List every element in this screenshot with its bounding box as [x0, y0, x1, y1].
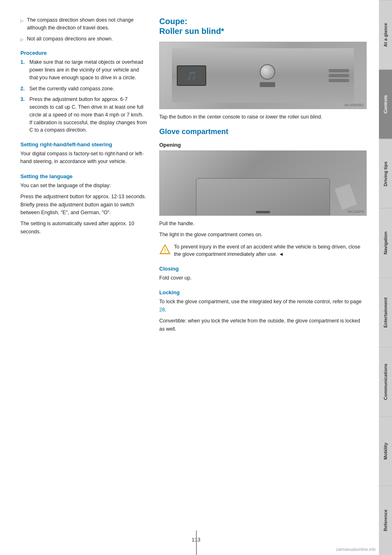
warning-icon: !: [159, 244, 171, 255]
locking-page-ref[interactable]: 28: [159, 307, 165, 313]
list-item-1: 1. Make sure that no large metal objects…: [20, 58, 147, 81]
warning-box: ! To prevent injury in the event of an a…: [159, 243, 367, 259]
bullet-arrow-2: ▷: [20, 36, 24, 43]
opening-text-1: Pull the handle.: [159, 220, 367, 228]
glove-image-label: WC14874: [347, 210, 364, 214]
coupe-heading: Coupe: Roller sun blind*: [159, 16, 367, 36]
main-content: ▷ The compass direction shown does not c…: [0, 0, 379, 353]
opening-text-2: The light in the glove compartment comes…: [159, 231, 367, 239]
page-marker: [196, 530, 197, 555]
right-column: Coupe: Roller sun blind* 🎵 WC49939/1 Tap…: [159, 16, 367, 336]
warning-end: ◄: [278, 251, 283, 257]
numbered-list: 1. Make sure that no large metal objects…: [20, 58, 147, 134]
procedure-heading: Procedure: [20, 50, 147, 56]
opening-heading: Opening: [159, 142, 367, 148]
sidebar-tab-controls[interactable]: Controls: [379, 69, 392, 139]
sidebar-tab-navigation[interactable]: Navigation: [379, 208, 392, 278]
bullet-item-1: ▷ The compass direction shown does not c…: [20, 16, 147, 32]
bullet-text-1: The compass direction shown does not cha…: [27, 16, 147, 32]
coupe-caption: Tap the button in the center console to …: [159, 113, 367, 121]
steering-heading: Setting right-hand/left-hand steering: [20, 141, 147, 148]
sidebar-tab-driving-tips[interactable]: Driving tips: [379, 139, 392, 208]
left-column: ▷ The compass direction shown does not c…: [20, 16, 147, 336]
sidebar-tab-mobility[interactable]: Mobility: [379, 416, 392, 486]
coupe-image: 🎵 WC49939/1: [159, 42, 367, 109]
list-text-1: Make sure that no large metal objects or…: [29, 58, 147, 81]
locking-heading: Locking: [159, 289, 367, 295]
language-heading: Setting the language: [20, 173, 147, 179]
coupe-heading-line2: Roller sun blind*: [159, 27, 224, 36]
language-text-3: The setting is automatically saved after…: [20, 220, 147, 236]
list-text-2: Set the currently valid compass zone.: [29, 85, 114, 93]
list-number-2: 2.: [20, 85, 26, 93]
glove-heading: Glove compartment: [159, 128, 367, 136]
sidebar-tab-entertainment[interactable]: Entertainment: [379, 278, 392, 347]
sidebar: At a glance Controls Driving tips Naviga…: [379, 0, 392, 555]
closing-heading: Closing: [159, 266, 367, 272]
sidebar-tab-communications[interactable]: Communications: [379, 347, 392, 416]
steering-text: Your digital compass is factory-set to r…: [20, 150, 147, 166]
list-item-2: 2. Set the currently valid compass zone.: [20, 85, 147, 93]
glove-image: WC14874: [159, 150, 367, 216]
warning-text: To prevent injury in the event of an acc…: [174, 243, 367, 259]
language-text-2: Press the adjustment button for approx. …: [20, 193, 147, 217]
list-text-3: Press the adjustment button for approx. …: [29, 96, 147, 134]
language-text-1: You can set the language of the display:: [20, 182, 147, 190]
list-number-1: 1.: [20, 58, 26, 81]
watermark: carmanualsonline.info: [336, 547, 376, 552]
coupe-image-label: WC49939/1: [344, 103, 364, 107]
sidebar-tab-reference[interactable]: Reference: [379, 486, 392, 555]
bullet-item-2: ▷ Not all compass directions are shown.: [20, 35, 147, 43]
list-item-3: 3. Press the adjustment button for appro…: [20, 96, 147, 134]
svg-text:!: !: [164, 247, 166, 253]
bullet-text-2: Not all compass directions are shown.: [27, 35, 113, 43]
bullet-arrow-1: ▷: [20, 18, 24, 32]
locking-text-1: To lock the glove compartment, use the i…: [159, 298, 367, 314]
sidebar-tab-at-a-glance[interactable]: At a glance: [379, 0, 392, 69]
closing-text: Fold cover up.: [159, 274, 367, 282]
list-number-3: 3.: [20, 96, 26, 134]
locking-text-2: Convertible: when you lock the vehicle f…: [159, 317, 367, 333]
coupe-heading-line1: Coupe:: [159, 17, 187, 26]
